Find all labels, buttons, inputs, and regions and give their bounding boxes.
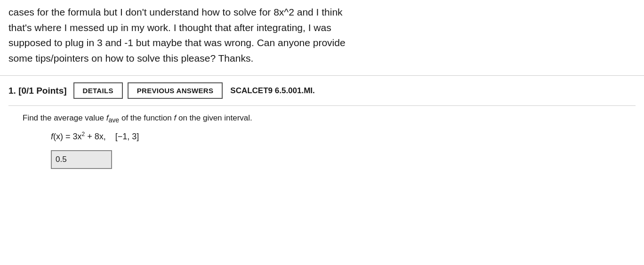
question-section: 1. [0/1 Points] DETAILS PREVIOUS ANSWERS… — [0, 76, 644, 169]
find-average-instruction: Find the average value fave of the funct… — [23, 113, 621, 124]
answer-value: 0.5 — [56, 155, 67, 164]
answer-input-box[interactable]: 0.5 — [51, 150, 112, 169]
top-text-line2: that's where I messed up in my work. I t… — [8, 20, 636, 36]
ave-subscript: ave — [108, 117, 119, 124]
previous-answers-button[interactable]: PREVIOUS ANSWERS — [128, 82, 223, 99]
top-text-line3: supposed to plug in 3 and -1 but maybe t… — [8, 35, 636, 51]
fx-paren-x: (x) = 3x2 + 8x, [−1, 3] — [53, 132, 139, 141]
top-text-line1: cases for the formula but I don't unders… — [8, 5, 636, 20]
question-number: 1. [0/1 Points] — [8, 86, 67, 96]
details-button[interactable]: DETAILS — [73, 82, 123, 99]
function-f: f — [174, 113, 176, 122]
question-number-num: 1. — [8, 86, 16, 96]
question-header: 1. [0/1 Points] DETAILS PREVIOUS ANSWERS… — [8, 82, 636, 106]
question-body: Find the average value fave of the funct… — [8, 113, 636, 169]
math-function-line: f(x) = 3x2 + 8x, [−1, 3] — [23, 131, 621, 142]
top-text-section: cases for the formula but I don't unders… — [0, 0, 644, 76]
page-wrapper: cases for the formula but I don't unders… — [0, 0, 644, 265]
question-ref: SCALCET9 6.5.001.MI. — [230, 86, 315, 96]
answer-box-row: 0.5 — [23, 150, 621, 169]
top-text-line4: some tips/pointers on how to solve this … — [8, 51, 636, 66]
instruction-text: Find the average value fave of the funct… — [23, 113, 252, 122]
question-points: [0/1 Points] — [18, 86, 66, 96]
